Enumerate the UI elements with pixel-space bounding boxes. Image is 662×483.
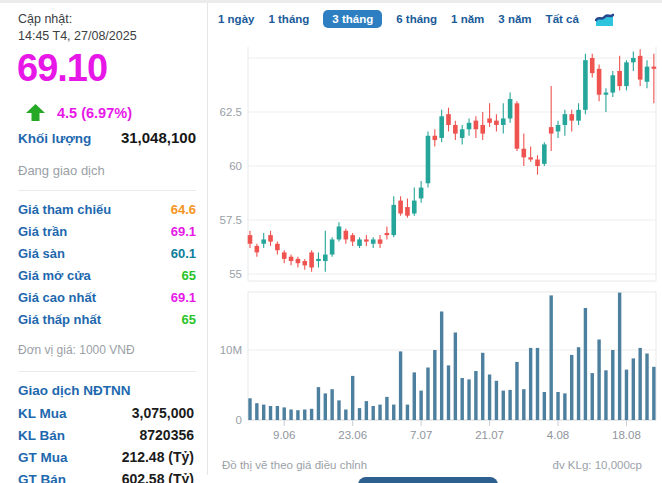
- foreign-trade-label: GT Mua: [18, 450, 68, 465]
- price-info-label: Giá thấp nhất: [18, 312, 101, 327]
- price-info-row: Giá sàn60.1: [18, 242, 196, 264]
- adjusted-price-note: Đồ thị vẽ theo giá điều chỉnh: [222, 459, 367, 471]
- update-label: Cập nhật:: [18, 11, 137, 28]
- price-change: 4.5 (6.97%): [57, 105, 132, 121]
- price-info-value: 69.1: [171, 290, 196, 305]
- volume-value: 31,048,100: [121, 129, 196, 146]
- price-info-table: Giá tham chiếu64.6Giá trần69.1Giá sàn60.…: [18, 198, 196, 330]
- price-info-row: Giá thấp nhất65: [18, 308, 196, 330]
- price-info-value: 64.6: [171, 202, 196, 217]
- foreign-trade-title: Giao dịch NĐTNN: [18, 383, 131, 398]
- svg-text:7.07: 7.07: [410, 429, 432, 441]
- foreign-trade-table: KL Mua3,075,000KL Bán8720356GT Mua212.48…: [18, 402, 194, 483]
- price-info-label: Giá cao nhất: [18, 290, 96, 305]
- price-info-row: Giá tham chiếu64.6: [18, 198, 196, 220]
- up-arrow-icon: [26, 104, 45, 121]
- volume-label: Khối lượng: [18, 131, 91, 146]
- price-info-row: Giá trần69.1: [18, 220, 196, 242]
- update-datetime: 14:45 T4, 27/08/2025: [18, 28, 137, 45]
- price-info-value: 69.1: [171, 224, 196, 239]
- foreign-trade-row: KL Bán8720356: [18, 424, 194, 446]
- svg-text:62.5: 62.5: [220, 106, 242, 118]
- svg-text:23.06: 23.06: [338, 429, 367, 441]
- svg-text:55: 55: [229, 268, 242, 280]
- price-info-row: Giá mở cửa65: [18, 264, 196, 286]
- divider: [18, 371, 196, 372]
- foreign-trade-row: KL Mua3,075,000: [18, 402, 194, 424]
- svg-text:0: 0: [236, 414, 242, 426]
- last-price: 69.10: [17, 47, 107, 90]
- foreign-trade-label: KL Mua: [18, 406, 67, 421]
- foreign-trade-value: 212.48 (Tỷ): [122, 449, 194, 465]
- svg-text:9.06: 9.06: [273, 429, 295, 441]
- price-info-row: Giá cao nhất69.1: [18, 286, 196, 308]
- quote-sidebar: Cập nhật: 14:45 T4, 27/08/2025 69.10 4.5…: [0, 3, 208, 475]
- chart-pane: 1 ngày1 tháng3 tháng6 tháng1 năm3 nămTất…: [207, 3, 662, 483]
- price-info-label: Giá trần: [18, 224, 67, 239]
- candlestick-chart[interactable]: 62.56057.55510M09.0623.067.0721.074.0818…: [207, 3, 662, 455]
- foreign-trade-value: 602.58 (Tỷ): [122, 471, 194, 483]
- foreign-trade-value: 3,075,000: [132, 405, 194, 421]
- svg-text:18.08: 18.08: [612, 429, 641, 441]
- price-info-label: Giá mở cửa: [18, 268, 91, 283]
- foreign-trade-row: GT Bán602.58 (Tỷ): [18, 468, 194, 483]
- bottom-scroll-pill[interactable]: [358, 477, 498, 483]
- price-info-value: 60.1: [171, 246, 196, 261]
- stock-quote-window: Cập nhật: 14:45 T4, 27/08/2025 69.10 4.5…: [0, 0, 662, 483]
- svg-text:60: 60: [229, 160, 242, 172]
- price-info-value: 65: [182, 268, 196, 283]
- svg-text:57.5: 57.5: [220, 214, 242, 226]
- foreign-trade-label: KL Bán: [18, 428, 65, 443]
- price-info-label: Giá sàn: [18, 246, 65, 261]
- foreign-trade-row: GT Mua212.48 (Tỷ): [18, 446, 194, 468]
- price-info-value: 65: [182, 312, 196, 327]
- svg-text:10M: 10M: [220, 344, 242, 356]
- svg-text:4.08: 4.08: [547, 429, 569, 441]
- price-unit-note: Đơn vị giá: 1000 VNĐ: [18, 343, 135, 357]
- session-status: Đang giao dịch: [18, 163, 105, 178]
- divider: [18, 190, 196, 191]
- svg-text:21.07: 21.07: [475, 429, 504, 441]
- price-info-label: Giá tham chiếu: [18, 202, 111, 217]
- volume-unit-note: đv KLg: 10,000cp: [552, 459, 642, 471]
- foreign-trade-value: 8720356: [139, 427, 194, 443]
- foreign-trade-label: GT Bán: [18, 472, 66, 483]
